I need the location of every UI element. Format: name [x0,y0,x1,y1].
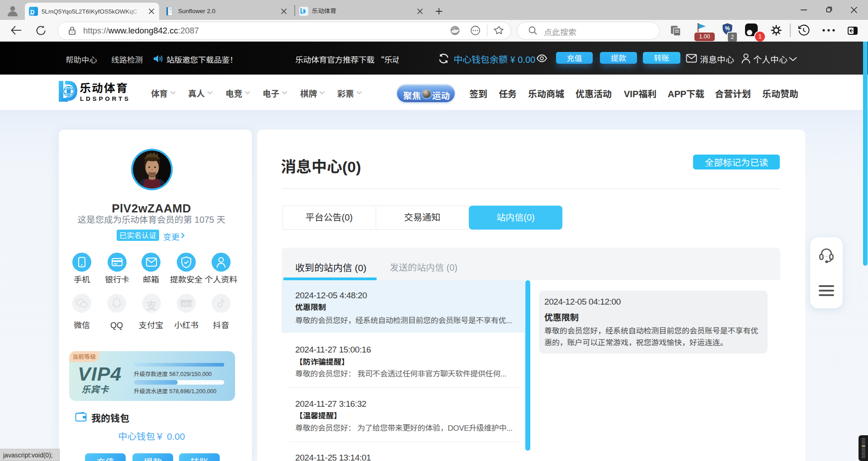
svg-text:%: % [725,25,730,32]
svg-text:LDSPORTS: LDSPORTS [80,95,130,102]
svg-text:乐动体育: 乐动体育 [80,80,128,95]
